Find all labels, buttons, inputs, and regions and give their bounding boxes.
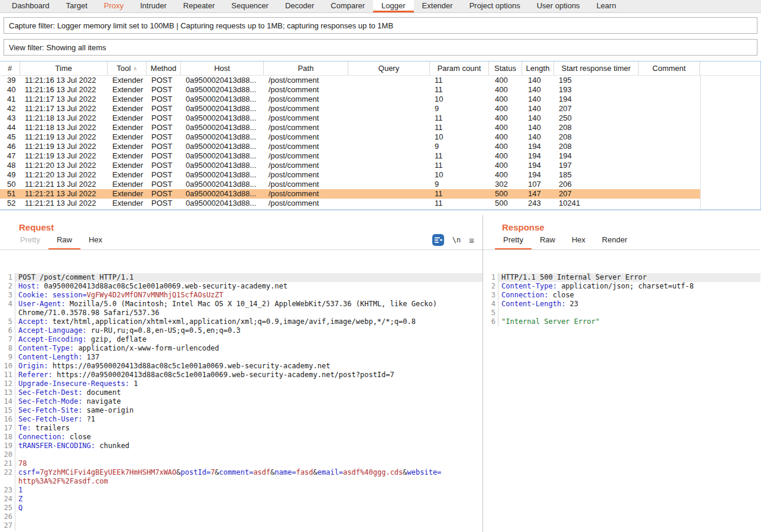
cell-time: 11:21:21 13 Jul 2022 (20, 199, 108, 208)
tab-target[interactable]: Target (58, 0, 96, 12)
top-tab-bar: DashboardTargetProxyIntruderRepeaterSequ… (0, 0, 761, 13)
cell-status: 302 (489, 180, 522, 189)
tab-repeater[interactable]: Repeater (175, 0, 223, 12)
editor-line: 13Sec-Fetch-Dest: document (0, 388, 482, 397)
column-header-num[interactable]: # (0, 61, 20, 75)
line-number: 2 (0, 282, 15, 291)
editor-tab-hex[interactable]: Hex (564, 232, 594, 249)
cell-status: 400 (489, 113, 522, 123)
column-header-query[interactable]: Query (348, 61, 430, 75)
editor-menu-icon[interactable]: ≡ (469, 235, 474, 245)
table-row[interactable]: 4611:21:19 13 Jul 2022ExtenderPOST0a9500… (0, 142, 760, 151)
logger-table-header: #TimeTool∧MethodHostPathQueryParam count… (0, 61, 760, 76)
column-header-host[interactable]: Host (181, 61, 264, 75)
editor-line: 6Accept-Language: ru-RU,ru;q=0.8,en-US;q… (0, 326, 482, 335)
cell-comment (639, 76, 700, 85)
table-row[interactable]: 4811:21:20 13 Jul 2022ExtenderPOST0a9500… (0, 161, 760, 170)
column-header-path[interactable]: Path (264, 61, 348, 75)
tab-decoder[interactable]: Decoder (277, 0, 322, 12)
line-content: Sec-Fetch-Dest: document (15, 388, 482, 397)
table-row[interactable]: 4011:21:16 13 Jul 2022ExtenderPOST0a9500… (0, 85, 760, 95)
editor-tab-hex[interactable]: Hex (80, 232, 111, 249)
tab-logger[interactable]: Logger (373, 0, 413, 12)
cell-param_count: 10 (430, 170, 489, 180)
cell-query (348, 132, 430, 142)
cell-length: 140 (522, 85, 554, 95)
tab-extender[interactable]: Extender (414, 0, 461, 12)
cell-length: 107 (522, 180, 554, 189)
capture-filter-bar[interactable]: Capture filter: Logger memory limit set … (4, 17, 757, 34)
table-row[interactable]: 4311:21:18 13 Jul 2022ExtenderPOST0a9500… (0, 113, 760, 123)
cell-status: 400 (489, 142, 522, 151)
cell-query (348, 113, 430, 123)
tab-user-options[interactable]: User options (529, 0, 588, 12)
column-header-comment[interactable]: Comment (639, 61, 700, 75)
line-number: 7 (0, 335, 15, 344)
tab-project-options[interactable]: Project options (461, 0, 529, 12)
view-filter-bar[interactable]: View filter: Showing all items (4, 39, 757, 56)
table-row[interactable]: 4411:21:18 13 Jul 2022ExtenderPOST0a9500… (0, 123, 760, 132)
cell-status: 400 (489, 161, 522, 170)
cell-id: 47 (0, 151, 20, 161)
table-row[interactable]: 5111:21:21 13 Jul 2022ExtenderPOST0a9500… (0, 189, 760, 199)
cell-status: 400 (489, 123, 522, 132)
tab-dashboard[interactable]: Dashboard (4, 0, 58, 12)
editor-line: 25Q (0, 504, 482, 512)
editor-tab-render[interactable]: Render (594, 232, 636, 249)
cell-host: 0a9500020413d88... (181, 95, 264, 104)
tab-proxy[interactable]: Proxy (96, 0, 132, 12)
line-content: Chrome/71.0.3578.98 Safari/537.36 (15, 309, 482, 317)
column-header-time[interactable]: Time (20, 61, 108, 75)
editor-tab-pretty[interactable]: Pretty (12, 232, 48, 249)
table-row[interactable]: 5211:21:21 13 Jul 2022ExtenderPOST0a9500… (0, 199, 760, 208)
tab-comparer[interactable]: Comparer (322, 0, 373, 12)
cell-status: 400 (489, 104, 522, 113)
column-header-method[interactable]: Method (147, 61, 181, 75)
editor-line: 18Connection: close (0, 433, 482, 442)
editor-line: 26 (0, 512, 482, 521)
table-row[interactable]: 5311:21:22 13 Jul 2022ExtenderPOST0a9500… (0, 208, 760, 210)
pretty-print-toggle-icon[interactable] (432, 234, 444, 246)
column-header-start-response-timer[interactable]: Start response timer (554, 61, 639, 75)
line-number: 10 (0, 362, 15, 371)
table-row[interactable]: 4511:21:19 13 Jul 2022ExtenderPOST0a9500… (0, 132, 760, 142)
response-panel: Response PrettyRawHexRender 1HTTP/1.1 50… (483, 215, 760, 532)
line-number: 8 (0, 344, 15, 353)
cell-host: 0a9500020413d88... (181, 199, 264, 208)
editor-tab-raw[interactable]: Raw (532, 232, 564, 249)
cell-method: POST (147, 161, 181, 170)
column-header-param-count[interactable]: Param count (430, 61, 489, 75)
editor-tab-raw[interactable]: Raw (48, 232, 80, 249)
line-number: 3 (483, 291, 498, 300)
column-header-status[interactable]: Status (489, 61, 522, 75)
table-row[interactable]: 3911:21:16 13 Jul 2022ExtenderPOST0a9500… (0, 76, 760, 85)
cell-query (348, 142, 430, 151)
cell-param_count: 9 (430, 142, 489, 151)
table-row[interactable]: 5011:21:21 13 Jul 2022ExtenderPOST0a9500… (0, 180, 760, 189)
table-row[interactable]: 4111:21:17 13 Jul 2022ExtenderPOST0a9500… (0, 95, 760, 104)
column-header-tool[interactable]: Tool∧ (108, 61, 147, 75)
cell-tool: Extender (108, 180, 147, 189)
tab-intruder[interactable]: Intruder (132, 0, 175, 12)
cell-timer: 197 (554, 161, 639, 170)
table-row[interactable]: 4911:21:20 13 Jul 2022ExtenderPOST0a9500… (0, 170, 760, 180)
cell-method: POST (147, 189, 181, 199)
editor-tab-pretty[interactable]: Pretty (495, 232, 532, 249)
cell-host: 0a9500020413d88... (181, 85, 264, 95)
newline-toggle-icon[interactable]: \n (452, 236, 461, 244)
cell-query (348, 95, 430, 104)
line-number: 15 (0, 406, 15, 415)
cell-host: 0a9500020413d88... (181, 180, 264, 189)
line-number: 2 (483, 282, 498, 291)
cell-tool: Extender (108, 142, 147, 151)
column-header-length[interactable]: Length (522, 61, 554, 75)
tab-sequencer[interactable]: Sequencer (223, 0, 277, 12)
response-editor[interactable]: 1HTTP/1.1 500 Internal Server Error2Cont… (483, 273, 760, 532)
cell-id: 48 (0, 161, 20, 170)
editor-line: 7Accept-Encoding: gzip, deflate (0, 335, 482, 344)
table-row[interactable]: 4711:21:19 13 Jul 2022ExtenderPOST0a9500… (0, 151, 760, 161)
cell-timer: 208 (554, 132, 639, 142)
table-row[interactable]: 4211:21:17 13 Jul 2022ExtenderPOST0a9500… (0, 104, 760, 113)
request-editor[interactable]: 1POST /post/comment HTTP/1.12Host: 0a950… (0, 273, 482, 532)
tab-learn[interactable]: Learn (588, 0, 624, 12)
